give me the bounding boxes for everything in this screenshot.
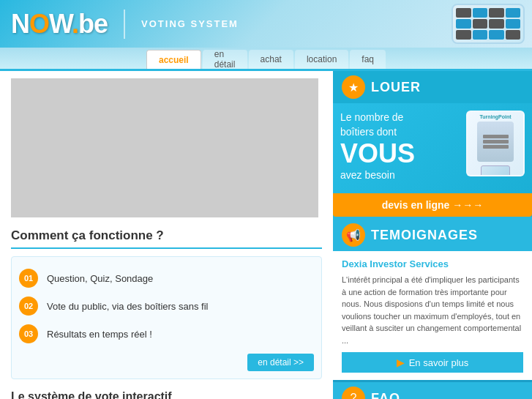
device-btn-9	[456, 30, 471, 40]
tab-faq[interactable]: faq	[350, 50, 386, 69]
device-btn-3	[489, 8, 504, 18]
detail-button[interactable]: en détail >>	[247, 354, 314, 371]
usb-stick	[481, 165, 510, 176]
interactive-title: Le système de vote interactif	[11, 390, 322, 399]
step-3-num: 03	[19, 324, 38, 343]
device-btn-12	[506, 30, 521, 40]
how-it-works-title: Comment ça fonctionne ?	[11, 228, 322, 249]
voting-system-label: VOTING SYSTEM	[141, 18, 239, 29]
logo-dot: .	[72, 9, 78, 39]
remote-row-2	[483, 140, 509, 143]
logo-be: be	[78, 9, 108, 39]
how-it-works-box: 01 Question, Quiz, Sondage 02 Vote du pu…	[11, 256, 322, 379]
step-1-num: 01	[19, 269, 38, 288]
step-1: 01 Question, Quiz, Sondage	[19, 264, 314, 292]
step-1-text: Question, Quiz, Sondage	[47, 273, 153, 284]
logo-w: W	[49, 9, 72, 39]
logo-o: O	[29, 9, 49, 39]
device-btn-5	[456, 19, 471, 29]
louer-icon: ★	[342, 75, 365, 99]
remote-device	[477, 122, 514, 162]
faq-header: ? FAQ	[333, 382, 532, 399]
device-right: TurningPoint	[466, 111, 525, 176]
louer-section: ★ LOUER Le nombre de boîtiers dont VOUS …	[333, 71, 532, 217]
turningpoint-label: TurningPoint	[468, 112, 523, 122]
left-column: Comment ça fonctionne ? 01 Question, Qui…	[0, 71, 333, 399]
tab-achat[interactable]: achat	[249, 50, 293, 69]
logo: NOW.be	[11, 9, 108, 40]
arrow-right-icon: ▶	[397, 357, 405, 368]
temoignages-section: 📢 TEMOIGNAGES Dexia Investor Services L'…	[333, 217, 532, 380]
right-column: ★ LOUER Le nombre de boîtiers dont VOUS …	[333, 71, 532, 399]
device-btn-2	[473, 8, 488, 18]
faq-title: FAQ	[371, 391, 400, 399]
tab-en-detail[interactable]: en détail	[203, 50, 247, 69]
temoignages-header: 📢 TEMOIGNAGES	[333, 219, 532, 251]
louer-text: Le nombre de boîtiers dont VOUS avez bes…	[340, 111, 460, 182]
louer-vous: VOUS	[340, 139, 460, 168]
louer-body: Le nombre de boîtiers dont VOUS avez bes…	[333, 103, 532, 190]
step-3-text: Résultats en temps réel !	[47, 329, 152, 340]
temoignages-text: L'intérêt principal a été d'impliquer le…	[342, 274, 523, 346]
en-savoir-button[interactable]: ▶ En savoir plus	[342, 352, 523, 373]
tab-accueil[interactable]: accueil	[146, 50, 201, 69]
faq-section: ? FAQ	[333, 380, 532, 399]
device-btn-1	[456, 8, 471, 18]
temoignages-company[interactable]: Dexia Investor Services	[342, 258, 523, 269]
device-btn-4	[506, 8, 521, 18]
en-savoir-label: En savoir plus	[409, 357, 469, 368]
logo-area: NOW.be VOTING SYSTEM	[11, 9, 239, 40]
remote-row-1	[483, 135, 509, 138]
logo-now: N	[11, 9, 29, 39]
louer-line2: boîtiers dont	[340, 126, 397, 138]
louer-line1: Le nombre de	[340, 111, 403, 123]
step-3: 03 Résultats en temps réel !	[19, 320, 314, 348]
header: NOW.be VOTING SYSTEM	[0, 0, 532, 48]
devis-button[interactable]: devis en ligne →→→	[333, 193, 532, 217]
device-btn-10	[473, 30, 488, 40]
step-2-text: Vote du public, via des boîtiers sans fi…	[47, 301, 208, 312]
louer-header: ★ LOUER	[333, 71, 532, 103]
step-2: 02 Vote du public, via des boîtiers sans…	[19, 292, 314, 320]
navigation: accueil en détail achat location faq	[0, 48, 532, 71]
louer-title: LOUER	[371, 80, 421, 95]
temoignages-title: TEMOIGNAGES	[371, 228, 478, 243]
temoignages-body: Dexia Investor Services L'intérêt princi…	[333, 251, 532, 380]
louer-text-area: Le nombre de boîtiers dont VOUS avez bes…	[340, 111, 460, 182]
tab-location[interactable]: location	[295, 50, 348, 69]
device-visual	[452, 4, 525, 44]
logo-divider	[124, 10, 125, 39]
main-content: Comment ça fonctionne ? 01 Question, Qui…	[0, 71, 532, 399]
device-btn-8	[506, 19, 521, 29]
step-2-num: 02	[19, 297, 38, 316]
device-right-image: TurningPoint	[466, 111, 525, 176]
device-btn-6	[473, 19, 488, 29]
temoignages-icon: 📢	[342, 223, 365, 247]
device-btn-11	[489, 30, 504, 40]
faq-icon: ?	[342, 387, 365, 399]
remote-row-3	[483, 145, 509, 149]
device-btn-7	[489, 19, 504, 29]
louer-line3: avez besoin	[340, 169, 395, 181]
video-placeholder	[11, 78, 318, 217]
device-image	[452, 4, 525, 48]
